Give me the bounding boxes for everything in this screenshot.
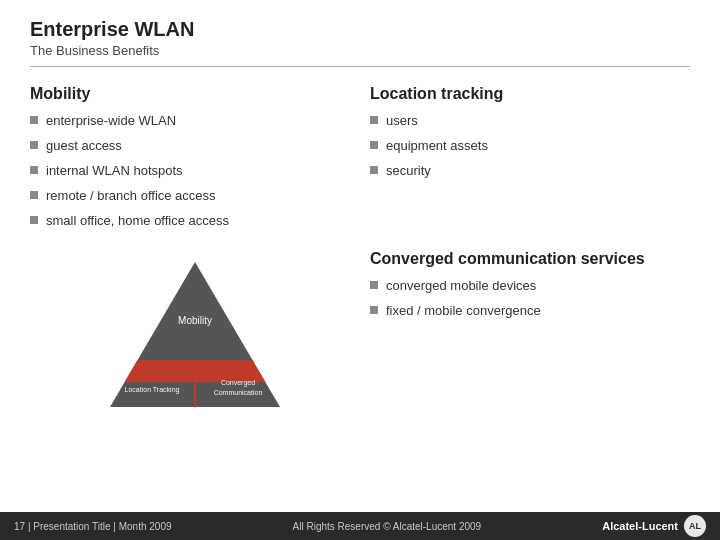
bullet-icon [370,166,378,174]
page-title: Enterprise WLAN [30,18,690,41]
bullet-icon [30,191,38,199]
content-area: Mobility enterprise-wide WLAN guest acce… [30,85,690,238]
footer: 17 | Presentation Title | Month 2009 All… [0,512,720,540]
list-item: fixed / mobile convergence [370,303,690,318]
location-tracking-section: Location tracking users equipment assets… [360,85,690,238]
footer-logo-text: Alcatel-Lucent [602,520,678,532]
list-item: users [370,113,690,128]
mobility-list: enterprise-wide WLAN guest access intern… [30,113,350,228]
mobility-section: Mobility enterprise-wide WLAN guest acce… [30,85,360,238]
bullet-icon [30,116,38,124]
bullet-icon [370,141,378,149]
page-subtitle: The Business Benefits [30,43,690,67]
svg-text:Mobility: Mobility [178,315,212,326]
list-item: internal WLAN hotspots [30,163,350,178]
list-item: guest access [30,138,350,153]
svg-text:Converged: Converged [221,379,255,387]
mobility-title: Mobility [30,85,350,103]
list-item: converged mobile devices [370,278,690,293]
triangle-diagram: Mobility Location Tracking Converged Com… [95,252,295,422]
list-item: equipment assets [370,138,690,153]
location-tracking-title: Location tracking [370,85,690,103]
lower-area: Mobility Location Tracking Converged Com… [30,242,690,422]
list-item: enterprise-wide WLAN [30,113,350,128]
alcatel-lucent-logo-icon: AL [684,515,706,537]
svg-text:Location Tracking: Location Tracking [125,386,180,394]
converged-list: converged mobile devices fixed / mobile … [370,278,690,318]
bullet-icon [370,116,378,124]
list-item: security [370,163,690,178]
list-item: remote / branch office access [30,188,350,203]
location-tracking-list: users equipment assets security [370,113,690,178]
list-item: small office, home office access [30,213,350,228]
bullet-icon [370,306,378,314]
slide: Enterprise WLAN The Business Benefits Mo… [0,0,720,540]
footer-logo: Alcatel-Lucent AL [602,515,706,537]
converged-title: Converged communication services [370,250,690,268]
bullet-icon [30,166,38,174]
diagram-area: Mobility Location Tracking Converged Com… [30,252,360,422]
diagram-section: Mobility Location Tracking Converged Com… [30,242,360,422]
bullet-icon [30,141,38,149]
bullet-icon [30,216,38,224]
converged-section: Converged communication services converg… [360,242,690,422]
footer-left-text: 17 | Presentation Title | Month 2009 [14,521,172,532]
bullet-icon [370,281,378,289]
svg-text:Communication: Communication [214,389,263,396]
footer-center-text: All Rights Reserved © Alcatel-Lucent 200… [293,521,482,532]
